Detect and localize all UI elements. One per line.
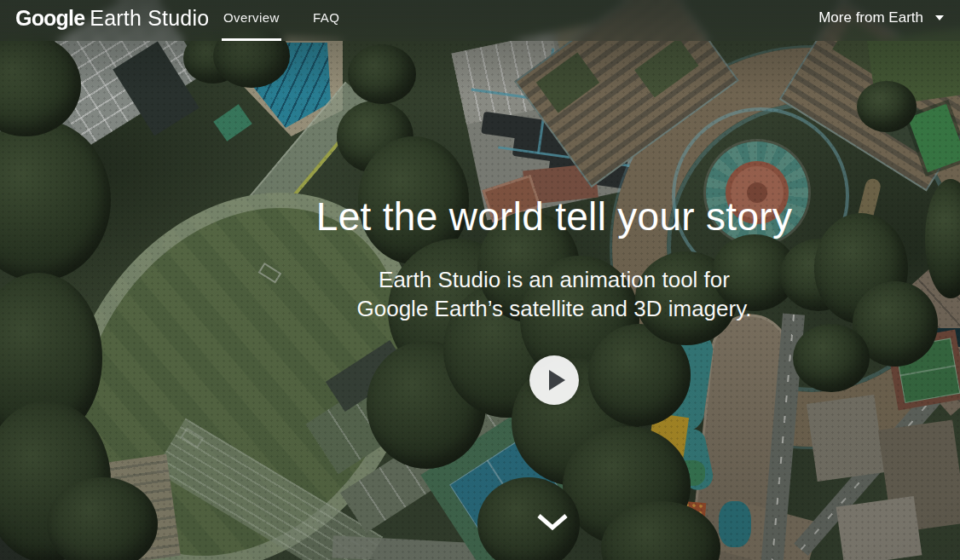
- hero-section: GoogleEarth Studio Overview FAQ More fro…: [0, 0, 960, 560]
- map-parking-lot: [72, 454, 181, 560]
- play-icon: [549, 370, 565, 390]
- map-track-apron: [154, 419, 384, 560]
- map-playground-yellow: [648, 413, 689, 458]
- nav-tab-overview[interactable]: Overview: [223, 10, 280, 25]
- logo-product: Earth Studio: [90, 6, 209, 30]
- hero-title: Let the world tell your story: [148, 194, 960, 240]
- scroll-down-chevron[interactable]: [535, 511, 570, 537]
- more-from-earth-label: More from Earth: [818, 9, 923, 26]
- hero-content: Let the world tell your story Earth Stud…: [148, 0, 960, 405]
- nav-tab-faq[interactable]: FAQ: [313, 10, 339, 25]
- chevron-down-icon: [535, 511, 570, 534]
- top-navigation-bar: GoogleEarth Studio Overview FAQ More fro…: [0, 0, 960, 41]
- more-from-earth-menu[interactable]: More from Earth: [818, 9, 944, 26]
- logo-brand: Google: [15, 6, 84, 30]
- play-video-button[interactable]: [529, 355, 579, 405]
- logo[interactable]: GoogleEarth Studio: [15, 6, 209, 31]
- caret-down-icon: [935, 15, 944, 20]
- hero-subtitle: Earth Studio is an animation tool for Go…: [148, 265, 960, 323]
